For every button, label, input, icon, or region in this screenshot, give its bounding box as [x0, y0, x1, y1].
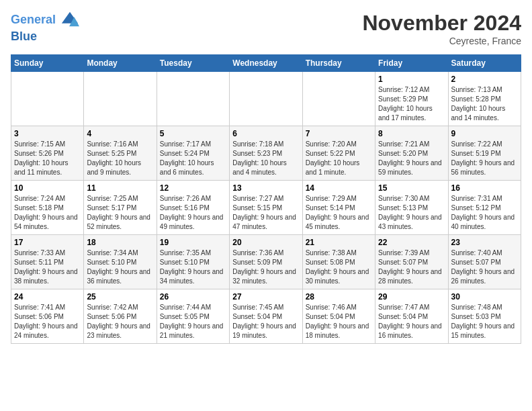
- day-cell: 23Sunrise: 7:40 AM Sunset: 5:07 PM Dayli…: [448, 235, 521, 289]
- day-number: 4: [87, 129, 153, 138]
- day-cell: [157, 72, 229, 126]
- day-info: Sunrise: 7:15 AM Sunset: 5:26 PM Dayligh…: [14, 140, 81, 177]
- day-cell: 4Sunrise: 7:16 AM Sunset: 5:25 PM Daylig…: [84, 126, 157, 181]
- col-sunday: Sunday: [11, 55, 84, 72]
- day-number: 27: [232, 292, 299, 302]
- day-cell: 30Sunrise: 7:48 AM Sunset: 5:03 PM Dayli…: [448, 289, 521, 344]
- day-info: Sunrise: 7:45 AM Sunset: 5:04 PM Dayligh…: [232, 303, 299, 340]
- day-number: 18: [87, 238, 153, 247]
- day-info: Sunrise: 7:24 AM Sunset: 5:18 PM Dayligh…: [14, 194, 81, 232]
- day-number: 28: [306, 292, 372, 302]
- day-number: 25: [87, 292, 153, 302]
- day-number: 29: [378, 292, 445, 302]
- day-cell: 27Sunrise: 7:45 AM Sunset: 5:04 PM Dayli…: [230, 289, 302, 344]
- month-title: November 2024: [362, 11, 521, 36]
- day-number: 21: [306, 238, 372, 247]
- week-row-4: 17Sunrise: 7:33 AM Sunset: 5:11 PM Dayli…: [11, 235, 521, 289]
- day-info: Sunrise: 7:25 AM Sunset: 5:17 PM Dayligh…: [87, 194, 153, 232]
- day-cell: 26Sunrise: 7:44 AM Sunset: 5:05 PM Dayli…: [157, 289, 229, 344]
- col-thursday: Thursday: [302, 55, 375, 72]
- day-cell: 7Sunrise: 7:20 AM Sunset: 5:22 PM Daylig…: [302, 126, 375, 181]
- day-info: Sunrise: 7:47 AM Sunset: 5:04 PM Dayligh…: [378, 303, 445, 340]
- day-cell: 21Sunrise: 7:38 AM Sunset: 5:08 PM Dayli…: [302, 235, 375, 289]
- day-cell: 25Sunrise: 7:42 AM Sunset: 5:06 PM Dayli…: [84, 289, 157, 344]
- day-cell: 22Sunrise: 7:39 AM Sunset: 5:07 PM Dayli…: [375, 235, 448, 289]
- day-number: 6: [232, 129, 299, 138]
- day-number: 15: [378, 183, 445, 193]
- day-info: Sunrise: 7:46 AM Sunset: 5:04 PM Dayligh…: [306, 303, 372, 340]
- day-info: Sunrise: 7:39 AM Sunset: 5:07 PM Dayligh…: [378, 248, 445, 286]
- day-cell: 28Sunrise: 7:46 AM Sunset: 5:04 PM Dayli…: [302, 289, 375, 344]
- day-cell: [230, 72, 302, 126]
- day-cell: 16Sunrise: 7:31 AM Sunset: 5:12 PM Dayli…: [448, 181, 521, 235]
- location: Ceyreste, France: [362, 36, 521, 46]
- day-info: Sunrise: 7:21 AM Sunset: 5:20 PM Dayligh…: [378, 140, 445, 177]
- day-cell: 13Sunrise: 7:27 AM Sunset: 5:15 PM Dayli…: [230, 181, 302, 235]
- day-number: 8: [378, 129, 445, 138]
- day-info: Sunrise: 7:26 AM Sunset: 5:16 PM Dayligh…: [160, 194, 226, 232]
- day-info: Sunrise: 7:41 AM Sunset: 5:06 PM Dayligh…: [14, 303, 81, 340]
- day-info: Sunrise: 7:22 AM Sunset: 5:19 PM Dayligh…: [451, 140, 518, 177]
- day-info: Sunrise: 7:36 AM Sunset: 5:09 PM Dayligh…: [232, 248, 299, 286]
- day-number: 3: [14, 129, 81, 138]
- logo-text: General: [11, 11, 79, 30]
- day-number: 19: [160, 238, 226, 247]
- day-cell: 1Sunrise: 7:12 AM Sunset: 5:29 PM Daylig…: [375, 72, 448, 126]
- day-info: Sunrise: 7:16 AM Sunset: 5:25 PM Dayligh…: [87, 140, 153, 177]
- day-number: 23: [451, 238, 518, 247]
- day-info: Sunrise: 7:20 AM Sunset: 5:22 PM Dayligh…: [306, 140, 372, 177]
- logo-line2: Blue: [11, 30, 79, 44]
- day-cell: 10Sunrise: 7:24 AM Sunset: 5:18 PM Dayli…: [11, 181, 84, 235]
- day-number: 11: [87, 183, 153, 193]
- day-cell: [302, 72, 375, 126]
- day-info: Sunrise: 7:44 AM Sunset: 5:05 PM Dayligh…: [160, 303, 226, 340]
- day-info: Sunrise: 7:48 AM Sunset: 5:03 PM Dayligh…: [451, 303, 518, 340]
- week-row-1: 1Sunrise: 7:12 AM Sunset: 5:29 PM Daylig…: [11, 72, 521, 126]
- day-info: Sunrise: 7:40 AM Sunset: 5:07 PM Dayligh…: [451, 248, 518, 286]
- calendar-table: Sunday Monday Tuesday Wednesday Thursday…: [11, 54, 521, 344]
- day-cell: 14Sunrise: 7:29 AM Sunset: 5:14 PM Dayli…: [302, 181, 375, 235]
- day-info: Sunrise: 7:42 AM Sunset: 5:06 PM Dayligh…: [87, 303, 153, 340]
- day-number: 30: [451, 292, 518, 302]
- day-cell: 19Sunrise: 7:35 AM Sunset: 5:10 PM Dayli…: [157, 235, 229, 289]
- day-cell: 2Sunrise: 7:13 AM Sunset: 5:28 PM Daylig…: [448, 72, 521, 126]
- day-cell: 6Sunrise: 7:18 AM Sunset: 5:23 PM Daylig…: [230, 126, 302, 181]
- day-number: 17: [14, 238, 81, 247]
- day-info: Sunrise: 7:30 AM Sunset: 5:13 PM Dayligh…: [378, 194, 445, 232]
- week-row-2: 3Sunrise: 7:15 AM Sunset: 5:26 PM Daylig…: [11, 126, 521, 181]
- day-info: Sunrise: 7:34 AM Sunset: 5:10 PM Dayligh…: [87, 248, 153, 286]
- day-number: 20: [232, 238, 299, 247]
- day-cell: 24Sunrise: 7:41 AM Sunset: 5:06 PM Dayli…: [11, 289, 84, 344]
- day-info: Sunrise: 7:27 AM Sunset: 5:15 PM Dayligh…: [232, 194, 299, 232]
- calendar-header-row: Sunday Monday Tuesday Wednesday Thursday…: [11, 55, 521, 72]
- col-saturday: Saturday: [448, 55, 521, 72]
- day-number: 26: [160, 292, 226, 302]
- day-cell: 5Sunrise: 7:17 AM Sunset: 5:24 PM Daylig…: [157, 126, 229, 181]
- day-number: 14: [306, 183, 372, 193]
- page-header: General Blue November 2024 Ceyreste, Fra…: [11, 11, 521, 46]
- col-tuesday: Tuesday: [157, 55, 229, 72]
- day-number: 10: [14, 183, 81, 193]
- day-info: Sunrise: 7:13 AM Sunset: 5:28 PM Dayligh…: [451, 85, 518, 123]
- day-info: Sunrise: 7:33 AM Sunset: 5:11 PM Dayligh…: [14, 248, 81, 286]
- day-cell: 11Sunrise: 7:25 AM Sunset: 5:17 PM Dayli…: [84, 181, 157, 235]
- day-cell: [11, 72, 84, 126]
- col-friday: Friday: [375, 55, 448, 72]
- day-number: 12: [160, 183, 226, 193]
- day-cell: 18Sunrise: 7:34 AM Sunset: 5:10 PM Dayli…: [84, 235, 157, 289]
- day-cell: [84, 72, 157, 126]
- day-cell: 9Sunrise: 7:22 AM Sunset: 5:19 PM Daylig…: [448, 126, 521, 181]
- day-number: 2: [451, 75, 518, 84]
- day-cell: 29Sunrise: 7:47 AM Sunset: 5:04 PM Dayli…: [375, 289, 448, 344]
- day-cell: 12Sunrise: 7:26 AM Sunset: 5:16 PM Dayli…: [157, 181, 229, 235]
- day-info: Sunrise: 7:38 AM Sunset: 5:08 PM Dayligh…: [306, 248, 372, 286]
- day-cell: 17Sunrise: 7:33 AM Sunset: 5:11 PM Dayli…: [11, 235, 84, 289]
- day-number: 22: [378, 238, 445, 247]
- week-row-5: 24Sunrise: 7:41 AM Sunset: 5:06 PM Dayli…: [11, 289, 521, 344]
- day-cell: 8Sunrise: 7:21 AM Sunset: 5:20 PM Daylig…: [375, 126, 448, 181]
- col-monday: Monday: [84, 55, 157, 72]
- day-number: 16: [451, 183, 518, 193]
- day-number: 5: [160, 129, 226, 138]
- day-info: Sunrise: 7:17 AM Sunset: 5:24 PM Dayligh…: [160, 140, 226, 177]
- day-info: Sunrise: 7:31 AM Sunset: 5:12 PM Dayligh…: [451, 194, 518, 232]
